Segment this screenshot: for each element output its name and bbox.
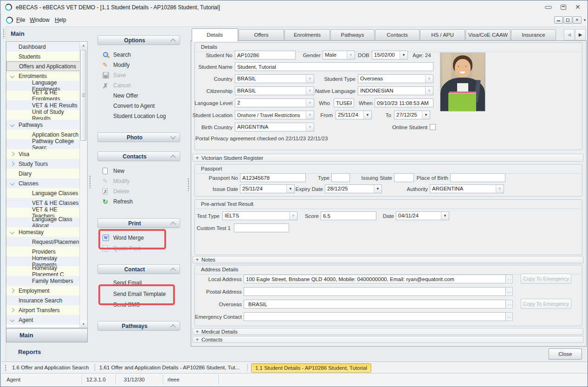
copy-to-emergency-button[interactable]: Copy To Emergency (521, 274, 571, 284)
language-level-select[interactable]: 2▼ (235, 98, 314, 107)
victorian-student-register-section[interactable]: + Victorian Student Register (193, 154, 583, 162)
tree-item-classes[interactable]: Classes (6, 178, 80, 188)
expand-plus-icon[interactable]: + (193, 155, 201, 161)
contact-modify-action[interactable]: Modify (103, 177, 181, 186)
to-datepicker[interactable]: 27/12/25▼ (394, 111, 430, 119)
tree-item-homestay-placement[interactable]: Homestay Placement C (6, 266, 80, 276)
mdi-menu-caret-icon[interactable]: ▼ (583, 18, 587, 22)
expanded-chevron-icon[interactable] (10, 230, 15, 235)
contacts-panel-header[interactable]: Contacts (97, 151, 180, 161)
tree-item-family-members[interactable]: Family Members (6, 276, 80, 286)
overseas-address-ellipsis-button[interactable]: … (506, 300, 513, 308)
tree-item-employment[interactable]: Employment (6, 286, 80, 295)
scrollbar-thumb[interactable] (80, 50, 86, 141)
local-address-field[interactable] (244, 275, 506, 283)
country-select[interactable]: BRASIL▼ (235, 74, 314, 83)
collapsed-chevron-icon[interactable] (10, 162, 15, 166)
score-field[interactable] (321, 211, 376, 220)
collapsed-chevron-icon[interactable] (10, 152, 15, 157)
doc-tab-offer-details[interactable]: 1.61 Offer and Application Details - AP1… (99, 363, 239, 372)
menu-help[interactable]: Help (55, 17, 66, 23)
online-student-checkbox[interactable] (430, 124, 436, 130)
collapsed-chevron-icon[interactable] (10, 308, 15, 313)
expand-plus-icon[interactable]: + (193, 328, 201, 335)
contacts-section[interactable]: + Contacts (193, 336, 583, 343)
sidebar-main-button[interactable]: Main (6, 328, 88, 342)
issue-date-datepicker[interactable]: 25/11/24▼ (240, 184, 295, 193)
tab-contacts[interactable]: Contacts (375, 29, 420, 41)
birth-country-select[interactable]: ARGENTINA▼ (235, 123, 314, 131)
cancel-action[interactable]: Cancel (103, 81, 181, 90)
expiry-date-datepicker[interactable]: 28/12/25▼ (325, 184, 382, 193)
expand-plus-icon[interactable]: + (193, 256, 201, 263)
tab-details[interactable]: Details (192, 28, 238, 41)
local-address-ellipsis-button[interactable]: … (506, 275, 513, 283)
custom-test-field[interactable] (234, 223, 289, 232)
modify-action[interactable]: Modify (103, 60, 181, 70)
dock-grip[interactable] (3, 28, 5, 39)
mdi-close-icon[interactable]: ✕ (573, 16, 582, 24)
issuing-state-field[interactable] (394, 173, 414, 182)
native-language-select[interactable]: INDONESIAN▼ (358, 86, 433, 95)
close-icon[interactable]: ✕ (575, 3, 581, 11)
emergency-contact-ellipsis-button[interactable]: … (506, 312, 513, 321)
mdi-restore-icon[interactable] (563, 16, 572, 24)
citizenship-select[interactable]: BRASIL▼ (235, 86, 314, 95)
expand-plus-icon[interactable]: + (193, 336, 201, 343)
when-field[interactable] (375, 98, 433, 107)
postal-address-ellipsis-button[interactable]: … (506, 287, 513, 296)
tree-item-agent[interactable]: Agent (6, 315, 80, 325)
tab-insurance[interactable]: Insurance (511, 29, 556, 41)
panel-splitter[interactable] (187, 178, 189, 191)
contact-new-action[interactable]: New (103, 166, 181, 176)
tree-item-pathways[interactable]: Pathways (6, 120, 80, 130)
student-type-select[interactable]: Overseas▼ (358, 74, 433, 83)
passport-type-field[interactable] (331, 173, 350, 182)
tree-item-homestay[interactable]: Homestay (6, 227, 80, 237)
tree-scrollbar[interactable]: ▲ ▼ (79, 42, 87, 328)
minimize-icon[interactable] (545, 6, 552, 9)
contact-delete-action[interactable]: Delete (103, 187, 181, 196)
overseas-address-field[interactable] (244, 300, 506, 308)
convert-to-agent-action[interactable]: Convert to Agent (103, 101, 181, 111)
tree-item-diary[interactable]: Diary (6, 169, 80, 178)
sidebar-splitter[interactable] (89, 175, 91, 188)
tab-scroll-right-icon[interactable]: ▶ (575, 29, 586, 40)
restore-icon[interactable] (561, 5, 566, 10)
menu-window[interactable]: Window (30, 17, 50, 23)
student-name-field[interactable] (235, 62, 433, 71)
sidebar-reports-section[interactable]: Reports (18, 348, 41, 355)
scroll-down-icon[interactable]: ▼ (80, 321, 87, 328)
photo-panel-header[interactable]: Photo (97, 132, 180, 142)
doc-tab-student-details-active[interactable]: 1.1 Student Details - AP10286 Student, T… (251, 363, 371, 373)
dob-datepicker[interactable]: 15/02/00▼ (372, 51, 408, 59)
medical-details-section[interactable]: + Medical Details (193, 328, 583, 335)
tree-item-vet-he-enrolments[interactable]: VET & HE Enrolments (6, 91, 80, 100)
from-datepicker[interactable]: 25/11/24▼ (336, 111, 372, 119)
pathways-panel-header[interactable]: Pathways (97, 321, 180, 331)
authority-select[interactable]: ARGENTINA▼ (430, 184, 504, 193)
tab-pathways[interactable]: Pathways (330, 29, 375, 41)
tree-item-language-class-allocation[interactable]: Language Class Allocat (6, 217, 80, 227)
who-field[interactable] (334, 98, 354, 107)
close-button[interactable]: Close (549, 348, 582, 360)
passport-no-field[interactable] (240, 173, 306, 182)
tab-scroll-left-icon[interactable]: ◀ (564, 29, 575, 40)
menu-file[interactable]: File (16, 17, 25, 23)
tree-item-pathway-college-search[interactable]: Pathway College Searc (6, 139, 80, 149)
expanded-chevron-icon[interactable] (10, 123, 15, 127)
tree-item-request-placements[interactable]: Request/Placements (6, 237, 80, 247)
doctabs-grip[interactable] (5, 364, 6, 371)
expanded-chevron-icon[interactable] (10, 318, 15, 322)
tab-hs-apu[interactable]: HS / APU (420, 29, 465, 41)
place-of-birth-field[interactable] (450, 173, 505, 182)
collapsed-chevron-icon[interactable] (10, 289, 15, 293)
scroll-up-icon[interactable]: ▲ (80, 42, 87, 49)
options-panel-header[interactable]: Options (97, 35, 180, 45)
tree-item-students[interactable]: Students (6, 52, 80, 61)
save-action[interactable]: Save (103, 71, 181, 80)
expanded-chevron-icon[interactable] (10, 181, 15, 186)
tree-item-language-classes[interactable]: Language Classes (6, 188, 80, 198)
contact-panel-header[interactable]: Contact (97, 264, 180, 274)
student-location-select[interactable]: Onshore / Travel Restrictions▼ (235, 111, 314, 119)
